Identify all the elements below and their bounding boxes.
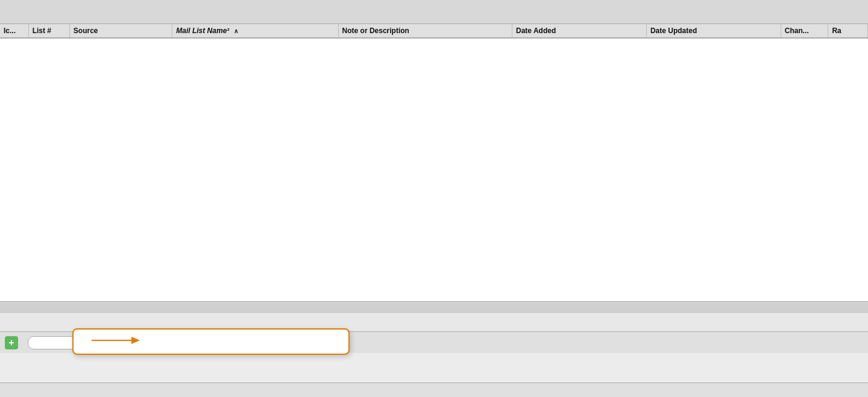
status-bar <box>0 383 868 397</box>
table-header-row: Ic... List # Source Mail List Name² ∧ No… <box>0 24 868 38</box>
plus-icon: + <box>8 337 14 348</box>
col-header-list[interactable]: List # <box>28 24 69 38</box>
add-button[interactable]: + <box>5 336 18 349</box>
arrow-right-icon <box>92 337 140 344</box>
col-header-source[interactable]: Source <box>69 24 172 38</box>
mail-list-table: Ic... List # Source Mail List Name² ∧ No… <box>0 24 868 39</box>
tooltip-line1 <box>83 337 339 344</box>
tab-bar <box>0 0 868 24</box>
col-header-note[interactable]: Note or Description <box>338 24 512 38</box>
col-header-ic[interactable]: Ic... <box>0 24 28 38</box>
col-header-added[interactable]: Date Added <box>512 24 647 38</box>
col-header-ra[interactable]: Ra <box>828 24 868 38</box>
table-container: Ic... List # Source Mail List Name² ∧ No… <box>0 24 868 301</box>
horizontal-scrollbar[interactable] <box>0 301 868 312</box>
col-header-chan[interactable]: Chan... <box>781 24 828 38</box>
tooltip-popup <box>72 328 350 355</box>
sort-arrow-icon: ∧ <box>234 28 238 34</box>
col-header-updated[interactable]: Date Updated <box>646 24 781 38</box>
col-header-name[interactable]: Mail List Name² ∧ <box>172 24 338 38</box>
